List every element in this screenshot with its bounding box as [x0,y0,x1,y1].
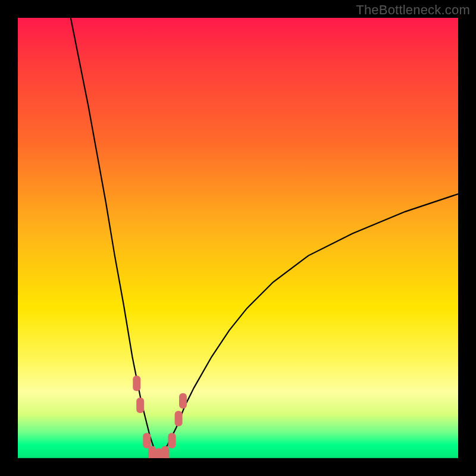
curve-right-branch [159,194,458,458]
trough-marker [133,375,140,391]
curve-overlay [18,18,458,458]
trough-marker [161,446,169,458]
trough-marker [148,446,156,458]
curve-left-branch [71,18,159,458]
trough-markers [133,375,187,458]
trough-marker [136,397,144,413]
trough-marker [175,411,183,426]
plot-area [18,18,458,458]
chart-frame: TheBottleneck.com [0,0,476,476]
trough-marker [155,448,162,458]
trough-marker [168,433,176,448]
trough-marker [143,433,151,448]
watermark-text: TheBottleneck.com [356,2,470,18]
trough-marker [179,393,187,409]
